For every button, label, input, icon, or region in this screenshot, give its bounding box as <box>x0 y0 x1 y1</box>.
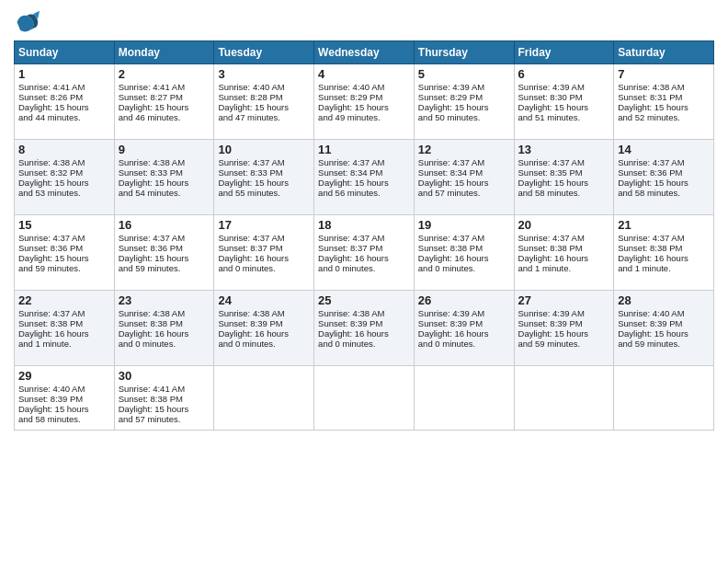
day-number: 5 <box>418 67 510 81</box>
cell-line: Daylight: 15 hours <box>18 253 110 263</box>
calendar-cell: 24Sunrise: 4:38 AMSunset: 8:39 PMDayligh… <box>214 291 314 366</box>
cell-line: Daylight: 15 hours <box>18 404 110 414</box>
calendar-week-row: 29Sunrise: 4:40 AMSunset: 8:39 PMDayligh… <box>15 366 714 431</box>
cell-line: Sunset: 8:30 PM <box>518 92 610 102</box>
day-number: 25 <box>318 293 410 307</box>
cell-line: Sunrise: 4:39 AM <box>518 82 610 92</box>
day-number: 2 <box>119 67 210 81</box>
calendar-cell: 25Sunrise: 4:38 AMSunset: 8:39 PMDayligh… <box>314 291 415 366</box>
calendar-cell: 22Sunrise: 4:37 AMSunset: 8:38 PMDayligh… <box>15 291 115 366</box>
day-number: 11 <box>318 143 410 156</box>
calendar-cell <box>414 366 514 431</box>
cell-line: Sunset: 8:36 PM <box>18 243 110 253</box>
calendar-cell: 28Sunrise: 4:40 AMSunset: 8:39 PMDayligh… <box>614 291 714 366</box>
calendar-cell: 27Sunrise: 4:39 AMSunset: 8:39 PMDayligh… <box>514 291 614 366</box>
logo-icon <box>14 9 40 35</box>
logo <box>14 9 43 35</box>
cell-line: and 58 minutes. <box>618 188 710 198</box>
cell-line: and 0 minutes. <box>418 263 510 273</box>
cell-line: Daylight: 15 hours <box>318 178 410 188</box>
cell-line: and 57 minutes. <box>119 414 210 424</box>
cell-line: Sunrise: 4:41 AM <box>18 82 110 92</box>
cell-line: Sunset: 8:33 PM <box>218 167 310 178</box>
day-number: 30 <box>119 369 210 383</box>
page: SundayMondayTuesdayWednesdayThursdayFrid… <box>0 0 728 563</box>
cell-line: Sunrise: 4:41 AM <box>119 384 210 394</box>
cell-line: and 0 minutes. <box>119 339 210 349</box>
day-number: 22 <box>18 293 110 307</box>
cell-line: and 0 minutes. <box>418 339 510 349</box>
cell-line: and 58 minutes. <box>18 414 110 424</box>
cell-line: and 46 minutes. <box>119 112 210 122</box>
cell-line: Daylight: 16 hours <box>418 253 510 263</box>
cell-line: Sunset: 8:34 PM <box>418 167 510 178</box>
cell-line: Sunset: 8:39 PM <box>418 318 510 328</box>
cell-line: Sunrise: 4:37 AM <box>618 157 710 167</box>
cell-line: Sunset: 8:26 PM <box>18 92 110 102</box>
day-number: 7 <box>618 67 710 81</box>
cell-line: Sunrise: 4:38 AM <box>218 308 310 318</box>
calendar-cell: 8Sunrise: 4:38 AMSunset: 8:32 PMDaylight… <box>15 140 115 215</box>
calendar-cell: 7Sunrise: 4:38 AMSunset: 8:31 PMDaylight… <box>614 64 714 140</box>
calendar-cell: 21Sunrise: 4:37 AMSunset: 8:38 PMDayligh… <box>614 215 714 291</box>
cell-line: Sunrise: 4:37 AM <box>418 233 510 243</box>
calendar-cell: 5Sunrise: 4:39 AMSunset: 8:29 PMDaylight… <box>414 64 514 140</box>
cell-line: Sunset: 8:38 PM <box>618 243 710 253</box>
day-number: 19 <box>418 218 510 232</box>
day-number: 26 <box>418 293 510 307</box>
cell-line: Sunrise: 4:38 AM <box>18 157 110 167</box>
cell-line: Sunrise: 4:38 AM <box>618 82 710 92</box>
cell-line: Sunset: 8:39 PM <box>318 318 410 328</box>
calendar-cell: 20Sunrise: 4:37 AMSunset: 8:38 PMDayligh… <box>514 215 614 291</box>
cell-line: Sunrise: 4:38 AM <box>119 308 210 318</box>
cell-line: Daylight: 15 hours <box>618 328 710 339</box>
cell-line: and 57 minutes. <box>418 188 510 198</box>
cell-line: and 53 minutes. <box>18 188 110 198</box>
cell-line: Daylight: 15 hours <box>518 178 610 188</box>
cell-line: and 1 minute. <box>618 263 710 273</box>
cell-line: Sunset: 8:35 PM <box>518 167 610 178</box>
cell-line: Sunrise: 4:39 AM <box>518 308 610 318</box>
cell-line: Sunrise: 4:40 AM <box>218 82 310 92</box>
cell-line: and 59 minutes. <box>618 339 710 349</box>
cell-line: Sunset: 8:29 PM <box>318 92 410 102</box>
calendar-table: SundayMondayTuesdayWednesdayThursdayFrid… <box>14 40 714 431</box>
cell-line: Sunrise: 4:41 AM <box>119 82 210 92</box>
cell-line: Sunrise: 4:37 AM <box>218 233 310 243</box>
cell-line: Sunset: 8:39 PM <box>18 394 110 404</box>
cell-line: and 0 minutes. <box>318 263 410 273</box>
cell-line: Daylight: 15 hours <box>119 178 210 188</box>
cell-line: and 47 minutes. <box>218 112 310 122</box>
cell-line: Sunset: 8:29 PM <box>418 92 510 102</box>
cell-line: Sunset: 8:37 PM <box>318 243 410 253</box>
calendar-week-row: 22Sunrise: 4:37 AMSunset: 8:38 PMDayligh… <box>15 291 714 366</box>
calendar-cell <box>314 366 415 431</box>
cell-line: and 51 minutes. <box>518 112 610 122</box>
day-number: 6 <box>518 67 610 81</box>
calendar-cell: 15Sunrise: 4:37 AMSunset: 8:36 PMDayligh… <box>15 215 115 291</box>
calendar-cell: 26Sunrise: 4:39 AMSunset: 8:39 PMDayligh… <box>414 291 514 366</box>
calendar-cell: 9Sunrise: 4:38 AMSunset: 8:33 PMDaylight… <box>114 140 214 215</box>
cell-line: Daylight: 15 hours <box>418 102 510 112</box>
cell-line: Daylight: 16 hours <box>618 253 710 263</box>
cell-line: Daylight: 16 hours <box>318 328 410 339</box>
cell-line: and 0 minutes. <box>218 339 310 349</box>
cell-line: Sunrise: 4:37 AM <box>18 308 110 318</box>
calendar-cell: 4Sunrise: 4:40 AMSunset: 8:29 PMDaylight… <box>314 64 415 140</box>
calendar-cell <box>614 366 714 431</box>
day-number: 9 <box>119 143 210 156</box>
cell-line: and 0 minutes. <box>218 263 310 273</box>
calendar-day-header: Friday <box>514 41 614 64</box>
cell-line: Sunset: 8:37 PM <box>218 243 310 253</box>
day-number: 27 <box>518 293 610 307</box>
cell-line: Sunrise: 4:37 AM <box>518 157 610 167</box>
day-number: 16 <box>119 218 210 232</box>
calendar-cell: 19Sunrise: 4:37 AMSunset: 8:38 PMDayligh… <box>414 215 514 291</box>
cell-line: Daylight: 16 hours <box>218 328 310 339</box>
day-number: 20 <box>518 218 610 232</box>
calendar-cell: 10Sunrise: 4:37 AMSunset: 8:33 PMDayligh… <box>214 140 314 215</box>
cell-line: Sunrise: 4:37 AM <box>318 157 410 167</box>
calendar-cell: 13Sunrise: 4:37 AMSunset: 8:35 PMDayligh… <box>514 140 614 215</box>
cell-line: Daylight: 15 hours <box>218 178 310 188</box>
cell-line: Sunrise: 4:37 AM <box>218 157 310 167</box>
